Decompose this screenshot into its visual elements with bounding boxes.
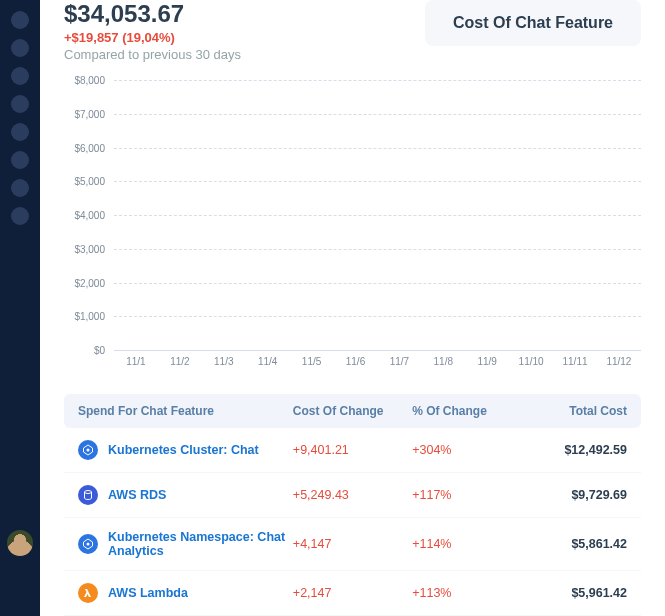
x-tick: 11/5 [299,350,325,380]
row-total: $9,729.69 [520,488,627,502]
y-tick: $7,000 [74,108,105,119]
y-tick: $5,000 [74,176,105,187]
sidebar-nav-dot[interactable] [11,39,29,57]
avatar[interactable] [7,530,33,556]
table-header-row: Spend For Chat Feature Cost Of Change % … [64,394,641,428]
x-tick: 11/3 [211,350,237,380]
x-tick: 11/8 [430,350,456,380]
main-content: $34,053.67 +$19,857 (19,04%) Compared to… [40,0,665,616]
y-tick: $0 [94,345,105,356]
row-name: Kubernetes Namespace: Chat Analytics [108,530,293,558]
sidebar-nav-dot[interactable] [11,67,29,85]
table-row[interactable]: AWS RDS+5,249.43+117%$9,729.69 [64,473,641,518]
row-name: AWS Lambda [108,586,188,600]
y-tick: $1,000 [74,311,105,322]
sidebar-nav-dot[interactable] [11,95,29,113]
table-row[interactable]: Kubernetes Namespace: Chat Analytics+4,1… [64,518,641,571]
y-tick: $2,000 [74,277,105,288]
x-tick: 11/10 [518,350,544,380]
row-cost: +2,147 [293,586,412,600]
k8s-icon [78,440,98,460]
x-tick: 11/6 [342,350,368,380]
svg-point-1 [87,449,90,452]
x-tick: 11/2 [167,350,193,380]
sidebar [0,0,40,616]
delta-value: +$19,857 (19,04%) [64,30,241,45]
x-tick: 11/12 [606,350,632,380]
sidebar-nav-dot[interactable] [11,179,29,197]
th-name: Spend For Chat Feature [78,404,293,418]
row-pct: +117% [412,488,519,502]
page-title-card: Cost Of Chat Feature [425,0,641,46]
total-cost-value: $34,053.67 [64,0,241,28]
x-tick: 11/7 [386,350,412,380]
row-cost: +4,147 [293,537,412,551]
row-pct: +304% [412,443,519,457]
row-name: AWS RDS [108,488,166,502]
y-tick: $6,000 [74,142,105,153]
row-total: $5,861.42 [520,537,627,551]
y-tick: $3,000 [74,243,105,254]
k8s-icon [78,534,98,554]
x-tick: 11/9 [474,350,500,380]
th-cost: Cost Of Change [293,404,412,418]
sidebar-nav-dot[interactable] [11,11,29,29]
svg-point-2 [85,491,92,494]
row-cost: +9,401.21 [293,443,412,457]
row-total: $12,492.59 [520,443,627,457]
y-tick: $4,000 [74,210,105,221]
cost-bar-chart: $0$1,000$2,000$3,000$4,000$5,000$6,000$7… [64,80,641,380]
x-tick: 11/1 [123,350,149,380]
th-pct: % Of Change [412,404,519,418]
row-pct: +113% [412,586,519,600]
row-cost: +5,249.43 [293,488,412,502]
svg-point-4 [87,543,90,546]
spend-table: Spend For Chat Feature Cost Of Change % … [64,394,641,616]
row-pct: +114% [412,537,519,551]
table-row[interactable]: Kubernetes Cluster: Chat+9,401.21+304%$1… [64,428,641,473]
x-tick: 11/11 [562,350,588,380]
rds-icon [78,485,98,505]
y-tick: $8,000 [74,75,105,86]
th-total: Total Cost [520,404,627,418]
row-name: Kubernetes Cluster: Chat [108,443,259,457]
compared-caption: Compared to previous 30 days [64,47,241,62]
sidebar-nav-dot[interactable] [11,207,29,225]
sidebar-nav-dot[interactable] [11,151,29,169]
row-total: $5,961.42 [520,586,627,600]
sidebar-nav-dot[interactable] [11,123,29,141]
table-row[interactable]: AWS Lambda+2,147+113%$5,961.42 [64,571,641,616]
x-tick: 11/4 [255,350,281,380]
lambda-icon [78,583,98,603]
